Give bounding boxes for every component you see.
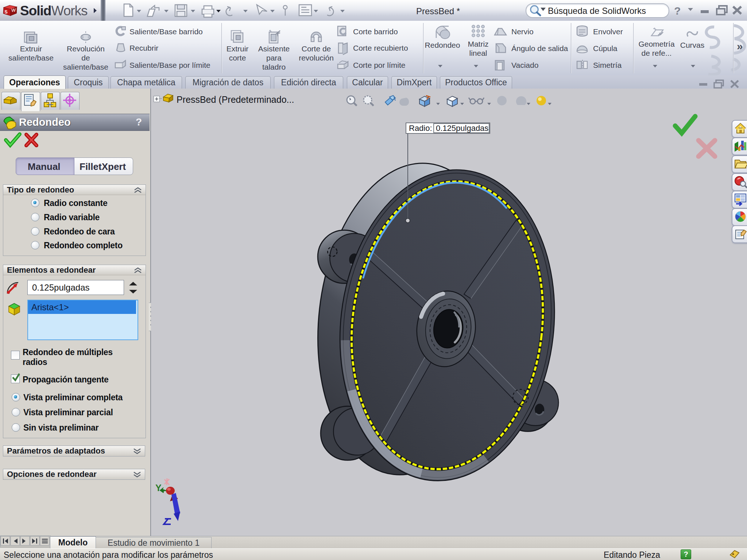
svg-text:Radio:: Radio: [409,124,432,133]
svg-text:S: S [4,9,8,15]
svg-text:0.125pulgadas: 0.125pulgadas [436,124,488,133]
svg-text:Y: Y [155,483,162,493]
svg-text:W: W [11,7,16,13]
